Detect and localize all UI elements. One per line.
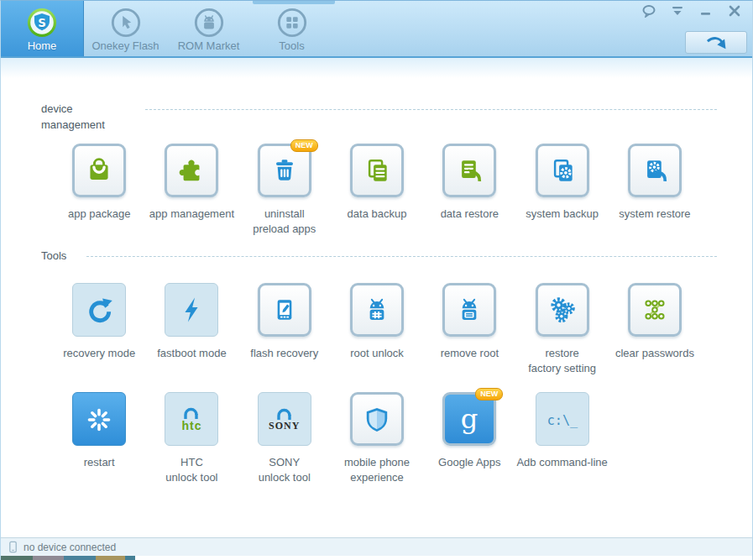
- lightning-icon: [174, 292, 209, 327]
- tile-sony-unlock-tool[interactable]: SONY: [258, 392, 311, 446]
- wallpaper-fragment: [96, 556, 125, 560]
- grid-cell: system backup: [515, 142, 608, 237]
- wallpaper-fragment: [64, 556, 96, 560]
- google-g-icon: g: [452, 403, 486, 437]
- tab-onekey-flash[interactable]: Onekey Flash: [84, 1, 167, 56]
- tile-restart[interactable]: [72, 392, 126, 446]
- grid-cell: app management: [145, 142, 238, 237]
- status-bar: no device connected: [1, 537, 752, 556]
- window-top-notch: [253, 1, 335, 4]
- new-badge: NEW: [290, 139, 318, 152]
- tab-rom-market[interactable]: ROM Market: [167, 1, 250, 56]
- shield-icon: [360, 403, 394, 437]
- download-arrow-button[interactable]: [685, 31, 747, 54]
- feature-label: SONY unlock tool: [259, 455, 311, 485]
- desktop-sliver: [1, 556, 752, 560]
- status-text: no device connected: [24, 542, 116, 553]
- feature-label: Adb command-line: [516, 455, 607, 470]
- feature-label: system restore: [619, 207, 690, 222]
- tile-flash-recovery[interactable]: [258, 283, 311, 337]
- feature-label: data backup: [348, 207, 407, 222]
- document-restore-icon: [452, 154, 486, 187]
- feature-label: app package: [68, 207, 130, 222]
- tile-system-restore[interactable]: [628, 144, 682, 197]
- section-header-device-management: device management: [1, 102, 752, 133]
- grid-cell: fastboot mode: [145, 281, 238, 376]
- skin-button[interactable]: [668, 4, 687, 18]
- shuame-logo-icon: S: [26, 7, 58, 39]
- grid-cell: recovery mode: [53, 281, 145, 376]
- system-restore-icon: [638, 154, 672, 187]
- android-hash-icon: [360, 293, 394, 327]
- phone-icon: [8, 541, 18, 553]
- grid-cell: flash recovery: [238, 281, 331, 376]
- grid-cell: htc HTC unlock tool: [145, 390, 238, 485]
- trash-icon: [268, 154, 301, 187]
- svg-text:S: S: [38, 17, 46, 29]
- tile-root-unlock[interactable]: [350, 283, 404, 337]
- section-title: Tools: [41, 249, 66, 264]
- cmd-icon: c:\_: [545, 402, 580, 437]
- tile-data-restore[interactable]: [442, 144, 496, 197]
- brand-text: SONY: [269, 420, 300, 432]
- grid-cell: remove root: [423, 281, 515, 376]
- wallpaper-fragment: [1, 556, 33, 560]
- feature-label: uninstall preload apps: [253, 207, 316, 237]
- tile-recovery-mode[interactable]: [72, 283, 126, 337]
- pattern-lock-icon: [638, 293, 672, 327]
- tile-data-backup[interactable]: [350, 144, 404, 197]
- grid-cell: restore factory setting: [515, 281, 608, 376]
- tab-home[interactable]: S Home: [1, 1, 84, 56]
- padlock-shackle-icon: [272, 406, 297, 421]
- grid-cell: restart: [53, 390, 145, 485]
- tab-tools[interactable]: Tools: [250, 1, 333, 56]
- tile-uninstall-preload-apps[interactable]: NEW: [258, 144, 311, 197]
- tile-fastboot-mode[interactable]: [165, 283, 218, 337]
- grid-cell: NEW uninstall preload apps: [238, 142, 331, 237]
- tile-remove-root[interactable]: [442, 283, 496, 337]
- puzzle-icon: [175, 154, 208, 187]
- new-badge: NEW: [475, 388, 503, 400]
- wallpaper-fragment: [125, 556, 135, 560]
- feature-label: HTC unlock tool: [165, 455, 217, 485]
- close-icon: [725, 4, 744, 18]
- minimize-icon: [697, 4, 715, 18]
- tab-label: Tools: [279, 39, 304, 52]
- feature-label: system backup: [526, 207, 599, 222]
- tile-htc-unlock-tool[interactable]: htc: [165, 392, 218, 446]
- cursor-circle-icon: [110, 7, 142, 39]
- wallpaper-fragment: [33, 556, 64, 560]
- feedback-button[interactable]: [640, 4, 658, 18]
- documents-icon: [360, 154, 394, 187]
- tile-system-backup[interactable]: [536, 144, 589, 197]
- padlock-shackle-icon: [179, 406, 204, 420]
- tile-adb-command-line[interactable]: c:\_: [536, 392, 589, 446]
- tile-app-management[interactable]: [165, 144, 218, 197]
- tile-google-apps[interactable]: NEW g: [442, 392, 496, 446]
- feature-label: app management: [149, 207, 234, 222]
- tile-clear-passwords[interactable]: [628, 283, 682, 337]
- feature-label: Google Apps: [438, 455, 500, 470]
- brand-text: htc: [181, 419, 201, 432]
- tile-restore-factory-setting[interactable]: [536, 283, 589, 337]
- feature-label: data restore: [441, 207, 499, 222]
- minimize-button[interactable]: [697, 4, 715, 18]
- tab-label: Home: [28, 39, 57, 52]
- grid-cell: SONY SONY unlock tool: [238, 390, 331, 485]
- feature-label: restart: [84, 455, 115, 470]
- android-lines-icon: [452, 293, 486, 327]
- skin-icon: [668, 4, 687, 18]
- tile-row: recovery mode fastboot mode flash recove…: [1, 281, 752, 376]
- window-controls: [640, 4, 744, 18]
- tile-mobile-phone-experience[interactable]: [350, 392, 404, 446]
- grid-cell: data restore: [423, 142, 515, 237]
- app-window: S Home Onekey Flash ROM Market Tools dev…: [0, 0, 753, 560]
- android-circle-icon: [193, 7, 225, 39]
- tile-app-package[interactable]: [72, 144, 126, 197]
- close-button[interactable]: [725, 4, 744, 18]
- grid-cell: clear passwords: [609, 281, 701, 376]
- feature-label: recovery mode: [63, 346, 135, 361]
- svg-text:c:\_: c:\_: [546, 413, 578, 428]
- grid-cell: NEW g Google Apps: [423, 390, 515, 485]
- system-backup-icon: [546, 154, 579, 187]
